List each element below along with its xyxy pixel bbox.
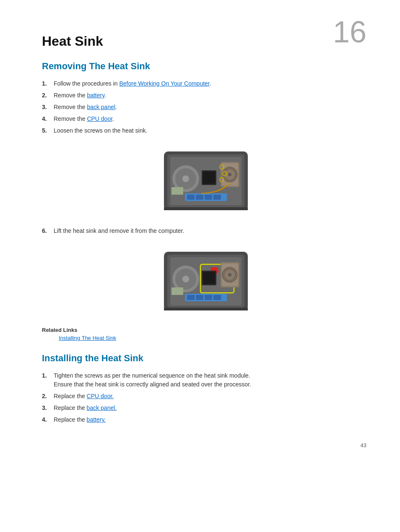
svg-rect-7 [187,195,195,200]
removing-step-2: 2. Remove the battery. [42,91,358,100]
svg-point-28 [182,276,189,282]
step-5-text: Loosen the screws on the heat sink. [54,126,358,135]
install-step-2-text: Replace the CPU door. [54,392,358,401]
svg-rect-10 [213,195,221,200]
chapter-number: 16 [333,17,366,47]
link-back-panel[interactable]: back panel [87,104,115,110]
step-4-num: 4. [42,115,54,123]
svg-point-5 [182,175,189,182]
svg-point-15 [228,173,231,176]
laptop-image-1 [160,145,252,216]
link-replace-cpu-door[interactable]: CPU door. [87,393,114,399]
svg-rect-21 [171,187,183,195]
step-3-text: Remove the back panel. [54,103,358,112]
installing-step-1: 1. Tighten the screws as per the numeric… [42,371,358,389]
step-1-text: Follow the procedures in Before Working … [54,79,358,88]
step-2-text: Remove the battery. [54,91,358,100]
step-2-num: 2. [42,91,54,100]
page-title: Heat Sink [42,34,358,49]
related-links-section: Related Links Installing The Heat Sink [42,327,358,341]
removing-step-4: 4. Remove the CPU door. [42,115,358,123]
step-5-num: 5. [42,126,54,135]
installing-steps-list: 1. Tighten the screws as per the numeric… [42,371,358,424]
svg-rect-33 [213,295,221,300]
svg-rect-31 [196,295,203,300]
step-3-num: 3. [42,103,54,112]
removing-step-6-list: 6. Lift the heat sink and remove it from… [42,227,358,235]
removing-step-1: 1. Follow the procedures in Before Worki… [42,79,358,88]
removing-step-5: 5. Loosen the screws on the heat sink. [42,126,358,135]
install-step-1-text: Tighten the screws as per the numerical … [54,371,358,389]
step-6-num: 6. [42,227,54,235]
related-links-label: Related Links [42,327,358,333]
section-installing-title: Installing the Heat Sink [42,353,358,364]
svg-rect-20 [203,172,215,184]
removing-steps-list: 1. Follow the procedures in Before Worki… [42,79,358,135]
install-step-4-text: Replace the battery. [54,415,358,424]
removing-step-3: 3. Remove the back panel. [42,103,358,112]
install-step-3-num: 3. [42,404,54,412]
link-cpu-door[interactable]: CPU door [87,115,112,122]
step-1-num: 1. [42,79,54,88]
page-number: 43 [361,442,366,449]
svg-rect-22 [164,207,248,210]
svg-rect-42 [203,272,215,284]
laptop-image-2 [160,245,252,317]
image-heatsink-screws [54,145,358,216]
removing-step-6: 6. Lift the heat sink and remove it from… [42,227,358,235]
svg-point-39 [228,273,231,276]
svg-rect-30 [187,295,195,300]
svg-rect-44 [164,308,248,310]
installing-step-4: 4. Replace the battery. [42,415,358,424]
install-step-4-num: 4. [42,415,54,424]
link-replace-battery[interactable]: battery. [87,416,106,423]
svg-rect-43 [171,287,183,295]
install-step-3-text: Replace the back panel. [54,404,358,412]
step-6-text: Lift the heat sink and remove it from th… [54,227,358,235]
installing-step-3: 3. Replace the back panel. [42,404,358,412]
link-battery[interactable]: battery [87,92,104,99]
svg-rect-8 [196,195,203,200]
svg-rect-32 [205,295,212,300]
link-installing-heat-sink[interactable]: Installing The Heat Sink [59,335,116,341]
svg-rect-9 [205,195,212,200]
section-removing-title: Removing The Heat Sink [42,61,358,72]
link-replace-back-panel[interactable]: back panel. [87,404,117,411]
link-before-working[interactable]: Before Working On Your Computer [119,80,209,87]
install-step-1-num: 1. [42,371,54,389]
page-container: 16 Heat Sink Removing The Heat Sink 1. F… [0,0,400,465]
step-4-text: Remove the CPU door. [54,115,358,123]
installing-step-2: 2. Replace the CPU door. [42,392,358,401]
install-step-2-num: 2. [42,392,54,401]
image-heatsink-lifted [54,245,358,317]
related-links-link: Installing The Heat Sink [42,335,358,341]
